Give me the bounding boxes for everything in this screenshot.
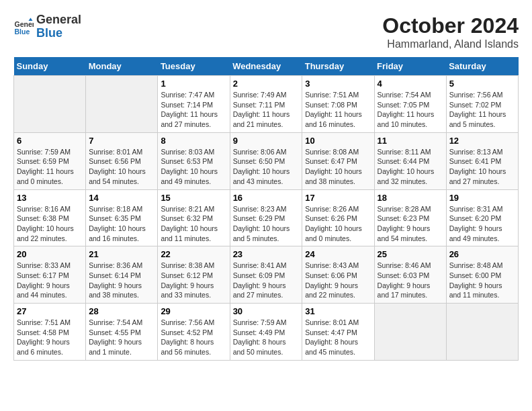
logo-text: General Blue [36,13,81,40]
day-number: 23 [233,249,300,259]
calendar-cell: 19Sunrise: 8:31 AM Sunset: 6:20 PM Dayli… [446,189,518,246]
day-of-week-header: Friday [374,57,446,76]
day-detail: Sunrise: 7:51 AM Sunset: 7:08 PM Dayligh… [305,90,371,130]
calendar-cell [14,76,86,133]
calendar-cell: 14Sunrise: 8:18 AM Sunset: 6:35 PM Dayli… [86,189,158,246]
day-detail: Sunrise: 8:01 AM Sunset: 6:56 PM Dayligh… [89,147,154,187]
day-number: 28 [89,306,154,316]
calendar-cell: 22Sunrise: 8:38 AM Sunset: 6:12 PM Dayli… [158,246,230,304]
day-number: 14 [89,193,154,203]
calendar-week-row: 27Sunrise: 7:51 AM Sunset: 4:58 PM Dayli… [14,304,519,361]
day-number: 30 [233,306,300,316]
day-number: 18 [378,193,443,203]
calendar-cell: 29Sunrise: 7:56 AM Sunset: 4:52 PM Dayli… [158,304,230,361]
calendar-cell: 7Sunrise: 8:01 AM Sunset: 6:56 PM Daylig… [86,132,158,189]
calendar-cell: 6Sunrise: 7:59 AM Sunset: 6:59 PM Daylig… [14,132,86,189]
calendar-cell: 13Sunrise: 8:16 AM Sunset: 6:38 PM Dayli… [14,189,86,246]
day-of-week-header: Monday [86,57,158,76]
day-number: 11 [378,136,443,146]
day-detail: Sunrise: 8:48 AM Sunset: 6:00 PM Dayligh… [449,261,515,300]
day-number: 31 [305,306,371,316]
day-number: 25 [378,249,443,259]
calendar-table: SundayMondayTuesdayWednesdayThursdayFrid… [13,57,519,361]
calendar-cell [374,304,446,361]
day-number: 27 [17,306,83,316]
day-detail: Sunrise: 7:56 AM Sunset: 4:52 PM Dayligh… [161,318,226,357]
calendar-cell: 21Sunrise: 8:36 AM Sunset: 6:14 PM Dayli… [86,246,158,304]
day-detail: Sunrise: 8:26 AM Sunset: 6:26 PM Dayligh… [305,204,371,244]
day-detail: Sunrise: 7:59 AM Sunset: 6:59 PM Dayligh… [17,147,83,187]
calendar-cell [86,76,158,133]
day-number: 17 [305,193,371,203]
day-of-week-header: Thursday [302,57,374,76]
day-number: 24 [305,249,371,259]
calendar-cell: 28Sunrise: 7:54 AM Sunset: 4:55 PM Dayli… [86,304,158,361]
day-number: 22 [161,249,226,259]
day-number: 10 [305,136,371,146]
calendar-cell: 1Sunrise: 7:47 AM Sunset: 7:14 PM Daylig… [158,76,230,133]
calendar-cell: 11Sunrise: 8:11 AM Sunset: 6:44 PM Dayli… [374,132,446,189]
day-detail: Sunrise: 8:46 AM Sunset: 6:03 PM Dayligh… [378,261,443,300]
day-detail: Sunrise: 8:38 AM Sunset: 6:12 PM Dayligh… [161,261,226,300]
day-of-week-header: Sunday [14,57,86,76]
day-of-week-header: Saturday [446,57,518,76]
day-number: 2 [233,79,300,89]
calendar-cell: 9Sunrise: 8:06 AM Sunset: 6:50 PM Daylig… [230,132,302,189]
day-number: 9 [233,136,300,146]
day-detail: Sunrise: 8:11 AM Sunset: 6:44 PM Dayligh… [378,147,443,187]
calendar-cell: 3Sunrise: 7:51 AM Sunset: 7:08 PM Daylig… [302,76,374,133]
day-detail: Sunrise: 8:01 AM Sunset: 4:47 PM Dayligh… [305,318,371,357]
calendar-cell: 4Sunrise: 7:54 AM Sunset: 7:05 PM Daylig… [374,76,446,133]
calendar-cell: 31Sunrise: 8:01 AM Sunset: 4:47 PM Dayli… [302,304,374,361]
logo: General Blue General Blue [13,13,81,40]
day-detail: Sunrise: 8:21 AM Sunset: 6:32 PM Dayligh… [161,204,226,244]
day-detail: Sunrise: 8:33 AM Sunset: 6:17 PM Dayligh… [17,261,83,300]
calendar-cell [446,304,518,361]
day-detail: Sunrise: 7:49 AM Sunset: 7:11 PM Dayligh… [233,90,300,130]
svg-marker-2 [29,17,33,21]
calendar-cell: 10Sunrise: 8:08 AM Sunset: 6:47 PM Dayli… [302,132,374,189]
month-title: October 2024 [382,13,519,38]
day-detail: Sunrise: 7:59 AM Sunset: 4:49 PM Dayligh… [233,318,300,357]
calendar-cell: 5Sunrise: 7:56 AM Sunset: 7:02 PM Daylig… [446,76,518,133]
day-detail: Sunrise: 8:03 AM Sunset: 6:53 PM Dayligh… [161,147,226,187]
calendar-cell: 18Sunrise: 8:28 AM Sunset: 6:23 PM Dayli… [374,189,446,246]
calendar-cell: 24Sunrise: 8:43 AM Sunset: 6:06 PM Dayli… [302,246,374,304]
calendar-week-row: 1Sunrise: 7:47 AM Sunset: 7:14 PM Daylig… [14,76,519,133]
calendar-cell: 16Sunrise: 8:23 AM Sunset: 6:29 PM Dayli… [230,189,302,246]
logo-icon: General Blue [13,17,34,37]
day-detail: Sunrise: 8:23 AM Sunset: 6:29 PM Dayligh… [233,204,300,244]
location-title: Hammarland, Aland Islands [382,38,519,50]
day-detail: Sunrise: 8:13 AM Sunset: 6:41 PM Dayligh… [449,147,515,187]
day-number: 20 [17,249,83,259]
day-number: 1 [161,79,226,89]
day-detail: Sunrise: 8:16 AM Sunset: 6:38 PM Dayligh… [17,204,83,244]
day-number: 26 [449,249,515,259]
day-number: 13 [17,193,83,203]
calendar-cell: 17Sunrise: 8:26 AM Sunset: 6:26 PM Dayli… [302,189,374,246]
day-detail: Sunrise: 8:41 AM Sunset: 6:09 PM Dayligh… [233,261,300,300]
day-detail: Sunrise: 8:18 AM Sunset: 6:35 PM Dayligh… [89,204,154,244]
day-detail: Sunrise: 8:08 AM Sunset: 6:47 PM Dayligh… [305,147,371,187]
day-detail: Sunrise: 7:47 AM Sunset: 7:14 PM Dayligh… [161,90,226,130]
day-detail: Sunrise: 8:06 AM Sunset: 6:50 PM Dayligh… [233,147,300,187]
day-detail: Sunrise: 8:36 AM Sunset: 6:14 PM Dayligh… [89,261,154,300]
calendar-cell: 30Sunrise: 7:59 AM Sunset: 4:49 PM Dayli… [230,304,302,361]
day-of-week-header: Wednesday [230,57,302,76]
day-number: 21 [89,249,154,259]
day-number: 3 [305,79,371,89]
day-number: 19 [449,193,515,203]
day-detail: Sunrise: 7:54 AM Sunset: 4:55 PM Dayligh… [89,318,154,357]
day-detail: Sunrise: 8:31 AM Sunset: 6:20 PM Dayligh… [449,204,515,244]
day-number: 7 [89,136,154,146]
svg-text:Blue: Blue [15,27,30,35]
calendar-week-row: 13Sunrise: 8:16 AM Sunset: 6:38 PM Dayli… [14,189,519,246]
calendar-cell: 2Sunrise: 7:49 AM Sunset: 7:11 PM Daylig… [230,76,302,133]
day-number: 6 [17,136,83,146]
day-detail: Sunrise: 8:43 AM Sunset: 6:06 PM Dayligh… [305,261,371,300]
calendar-week-row: 20Sunrise: 8:33 AM Sunset: 6:17 PM Dayli… [14,246,519,304]
day-number: 8 [161,136,226,146]
calendar-cell: 15Sunrise: 8:21 AM Sunset: 6:32 PM Dayli… [158,189,230,246]
day-detail: Sunrise: 7:56 AM Sunset: 7:02 PM Dayligh… [449,90,515,130]
calendar-cell: 26Sunrise: 8:48 AM Sunset: 6:00 PM Dayli… [446,246,518,304]
